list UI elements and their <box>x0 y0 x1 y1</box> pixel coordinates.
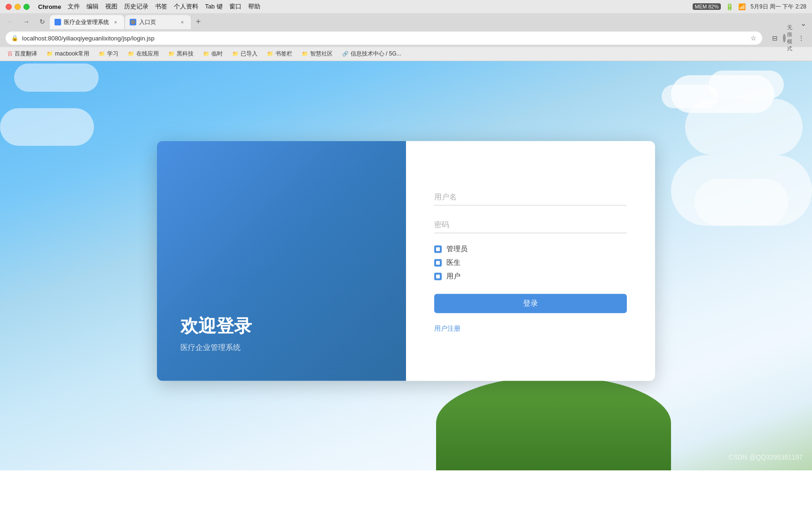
menu-chrome[interactable]: Chrome <box>38 3 61 10</box>
maximize-button[interactable] <box>23 4 30 10</box>
folder-icon-tech: 📁 <box>168 51 175 57</box>
refresh-button[interactable]: ↻ <box>36 15 49 28</box>
login-right-panel: 管理员 医生 用户 登录 用户注册 <box>406 141 655 381</box>
login-left-panel: 欢迎登录 医疗企业管理系统 <box>157 141 406 381</box>
role-doctor[interactable]: 医生 <box>434 258 627 267</box>
tab-label-portal: 入口页 <box>139 18 156 26</box>
role-user-label: 用户 <box>446 272 461 281</box>
browser-chrome: ← → ↻ 医疗企业管理系统 × 入口页 × + ⌄ 🔒 localhost:8… <box>0 13 812 61</box>
login-card: 欢迎登录 医疗企业管理系统 管理员 医生 <box>157 141 655 381</box>
tab-medical[interactable]: 医疗企业管理系统 × <box>50 15 124 29</box>
role-doctor-label: 医生 <box>446 258 461 267</box>
profile-icon[interactable]: 无痕模式 <box>783 33 793 43</box>
green-hill <box>436 376 671 470</box>
watermark: CSDN @QQ3295391197 <box>729 453 803 461</box>
tab-label-medical: 医疗企业管理系统 <box>64 18 109 26</box>
menu-profile[interactable]: 个人资料 <box>174 2 198 11</box>
bookmark-smart-community[interactable]: 📁 智慧社区 <box>298 49 336 59</box>
folder-icon-smart: 📁 <box>302 51 308 57</box>
svg-point-0 <box>55 20 60 24</box>
menu-help[interactable]: 帮助 <box>248 2 260 11</box>
tab-favicon-portal <box>130 19 136 25</box>
url-text: localhost:8080/yiliaoqiyeguanlixitong/js… <box>22 35 747 42</box>
register-link[interactable]: 用户注册 <box>434 325 627 333</box>
bookmark-study[interactable]: 📁 学习 <box>95 49 122 59</box>
folder-icon-temp: 📁 <box>203 51 210 57</box>
cloud-5 <box>0 108 94 146</box>
title-bar-right: MEM 82% 🔋 📶 5月9日 周一 下午 2:28 <box>693 3 806 11</box>
cloud-4 <box>14 64 99 92</box>
menu-tab[interactable]: Tab 键 <box>205 2 223 11</box>
menu-window[interactable]: 窗口 <box>229 2 242 11</box>
minimize-button[interactable] <box>15 4 21 10</box>
link-icon-info: 🔗 <box>342 51 349 57</box>
lock-icon: 🔒 <box>11 35 18 41</box>
tab-list-button[interactable]: ⌄ <box>798 18 808 28</box>
tab-portal[interactable]: 入口页 × <box>125 15 191 29</box>
window-controls <box>6 4 30 10</box>
tab-favicon-medical <box>55 19 61 25</box>
bookmark-temp[interactable]: 📁 临时 <box>199 49 226 59</box>
bookmark-star-icon[interactable]: ☆ <box>750 34 757 42</box>
menu-edit[interactable]: 编辑 <box>86 2 99 11</box>
cloud-1b <box>709 71 784 99</box>
mem-badge: MEM 82% <box>693 3 721 10</box>
welcome-title: 欢迎登录 <box>180 314 383 338</box>
tab-close-medical[interactable]: × <box>112 18 119 26</box>
role-user[interactable]: 用户 <box>434 272 627 281</box>
role-admin[interactable]: 管理员 <box>434 245 627 254</box>
menu-view[interactable]: 视图 <box>105 2 117 11</box>
split-screen-icon[interactable]: ⊟ <box>770 33 780 43</box>
new-tab-button[interactable]: + <box>192 15 205 28</box>
bookmark-tech[interactable]: 📁 黑科技 <box>164 49 197 59</box>
datetime: 5月9日 周一 下午 2:28 <box>750 3 806 11</box>
forward-button[interactable]: → <box>20 15 33 28</box>
cloud-7 <box>695 179 789 226</box>
menu-bookmarks[interactable]: 书签 <box>155 2 167 11</box>
bookmark-info-tech[interactable]: 🔗 信息技术中心 / 5G... <box>338 49 405 59</box>
login-button[interactable]: 登录 <box>434 294 627 313</box>
cloud-3 <box>685 99 803 155</box>
folder-icon-online: 📁 <box>128 51 134 57</box>
role-selection: 管理员 医生 用户 <box>434 245 627 281</box>
bookmark-bar[interactable]: 📁 书签栏 <box>263 49 296 59</box>
bookmark-online-apps[interactable]: 📁 在线应用 <box>124 49 163 59</box>
system-name: 医疗企业管理系统 <box>180 343 383 353</box>
browser-toolbar-icons: ⊟ 无痕模式 ⋮ <box>770 33 806 43</box>
folder-icon-study: 📁 <box>99 51 105 57</box>
username-group <box>434 189 627 206</box>
title-bar: Chrome 文件 编辑 视图 历史记录 书签 个人资料 Tab 键 窗口 帮助… <box>0 0 812 13</box>
close-button[interactable] <box>6 4 12 10</box>
tab-close-portal[interactable]: × <box>179 18 186 26</box>
page-background: 欢迎登录 医疗企业管理系统 管理员 医生 <box>0 61 812 470</box>
role-admin-label: 管理员 <box>446 245 468 254</box>
svg-point-1 <box>131 20 135 24</box>
menu-bar: Chrome 文件 编辑 视图 历史记录 书签 个人资料 Tab 键 窗口 帮助 <box>38 2 260 11</box>
radio-box-user <box>434 272 442 280</box>
battery-icon: 🔋 <box>726 3 734 10</box>
radio-box-doctor <box>434 259 442 266</box>
bookmarks-bar: 百 百度翻译 📁 macbook常用 📁 学习 📁 在线应用 📁 黑科技 📁 临… <box>0 47 812 61</box>
password-group <box>434 217 627 233</box>
bookmark-macbook[interactable]: 📁 macbook常用 <box>43 49 93 59</box>
folder-icon-imported: 📁 <box>232 51 239 57</box>
radio-box-admin <box>434 245 442 253</box>
wifi-icon: 📶 <box>738 3 746 10</box>
folder-icon-bar: 📁 <box>267 51 273 57</box>
bookmark-icon-baidu: 百 <box>8 50 13 57</box>
bookmark-imported[interactable]: 📁 已导入 <box>228 49 261 59</box>
folder-icon-macbook: 📁 <box>47 51 53 57</box>
address-bar-row: 🔒 localhost:8080/yiliaoqiyeguanlixitong/… <box>0 29 812 47</box>
profile-label: 无痕模式 <box>787 24 793 52</box>
password-input[interactable] <box>434 217 627 233</box>
more-options-icon[interactable]: ⋮ <box>796 33 806 43</box>
back-button[interactable]: ← <box>4 15 17 28</box>
address-bar[interactable]: 🔒 localhost:8080/yiliaoqiyeguanlixitong/… <box>6 32 762 45</box>
menu-file[interactable]: 文件 <box>68 2 80 11</box>
bookmark-baidu-translate[interactable]: 百 百度翻译 <box>4 49 41 59</box>
menu-history[interactable]: 历史记录 <box>124 2 148 11</box>
username-input[interactable] <box>434 189 627 206</box>
